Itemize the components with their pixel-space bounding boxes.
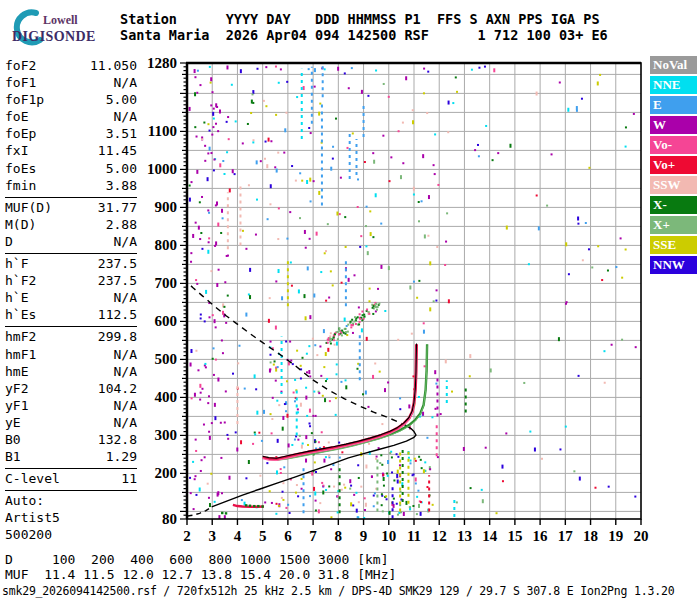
svg-text:9: 9 xyxy=(360,528,368,544)
param-row-foep: foEp3.51 xyxy=(5,125,137,142)
legend-item-w: W xyxy=(650,116,697,134)
param-label: fxI xyxy=(5,142,28,159)
param-value: N/A xyxy=(114,397,137,414)
svg-text:400: 400 xyxy=(155,389,178,405)
param-row-foe: foEN/A xyxy=(5,108,137,125)
legend-item-vo: Vo+ xyxy=(650,156,697,174)
param-value: 112.5 xyxy=(98,306,137,323)
svg-text:10: 10 xyxy=(381,528,396,544)
svg-text:13: 13 xyxy=(457,528,472,544)
svg-text:12: 12 xyxy=(432,528,447,544)
param-label: foEp xyxy=(5,125,36,142)
legend-item-ssw: SSW xyxy=(650,176,697,194)
param-row-hf2: h`F2237.5 xyxy=(5,272,137,289)
param-row-auto: Auto: xyxy=(5,492,137,509)
ionogram-plot: 1280110010009008007006005004003002008023… xyxy=(145,55,700,551)
ionogram-canvas: 1280110010009008007006005004003002008023… xyxy=(145,55,700,547)
svg-text:17: 17 xyxy=(558,528,574,544)
param-value: 237.5 xyxy=(98,272,137,289)
param-group: C-level11 xyxy=(5,468,137,490)
param-row-yf1: yF1N/A xyxy=(5,397,137,414)
param-label: hmF1 xyxy=(5,346,36,363)
legend-item-sse: SSE xyxy=(650,236,697,254)
param-row-500200: 500200 xyxy=(5,526,137,543)
param-value: 132.8 xyxy=(98,431,137,448)
svg-text:600: 600 xyxy=(155,313,178,329)
param-label: M(D) xyxy=(5,216,36,233)
svg-text:1000: 1000 xyxy=(147,161,177,177)
param-value: 11.050 xyxy=(90,57,137,74)
muf-table: D 100 200 400 600 800 1000 1500 3000 [km… xyxy=(5,553,396,582)
param-row-d: DN/A xyxy=(5,233,137,250)
svg-text:200: 200 xyxy=(155,465,178,481)
svg-text:2: 2 xyxy=(183,528,191,544)
param-label: foF1 xyxy=(5,74,36,91)
param-value: 11.45 xyxy=(98,142,137,159)
param-label: foE xyxy=(5,108,28,125)
param-label: h`E xyxy=(5,289,28,306)
legend-item-vo: Vo- xyxy=(650,136,697,154)
param-label: hmE xyxy=(5,363,28,380)
doppler-direction-legend: NoValNNEEWVo-Vo+SSWX-X+SSENNW xyxy=(650,56,697,276)
param-value: 3.51 xyxy=(106,125,137,142)
param-value: 2.88 xyxy=(106,216,137,233)
param-group: h`F237.5h`F2237.5h`EN/Ah`Es112.5 xyxy=(5,253,137,326)
param-label: yE xyxy=(5,414,21,431)
param-label: Artist5 xyxy=(5,509,60,526)
param-value: N/A xyxy=(114,414,137,431)
param-row-hes: h`Es112.5 xyxy=(5,306,137,323)
param-row-mufd: MUF(D)31.77 xyxy=(5,199,137,216)
param-value: 5.00 xyxy=(106,91,137,108)
param-row-clevel: C-level11 xyxy=(5,470,137,487)
param-group: MUF(D)31.77M(D)2.88DN/A xyxy=(5,197,137,253)
param-value: 104.2 xyxy=(98,380,137,397)
svg-text:80: 80 xyxy=(162,511,177,527)
svg-text:4: 4 xyxy=(234,528,242,544)
legend-item-nnw: NNW xyxy=(650,256,697,274)
header-block: Station YYYY DAY DDD HHMMSS P1 FFS S AXN… xyxy=(120,11,608,43)
param-value: N/A xyxy=(114,108,137,125)
param-row-yf2: yF2104.2 xyxy=(5,380,137,397)
svg-text:800: 800 xyxy=(155,237,178,253)
svg-text:19: 19 xyxy=(608,528,623,544)
param-value: N/A xyxy=(114,233,137,250)
param-label: yF1 xyxy=(5,397,28,414)
svg-text:7: 7 xyxy=(309,528,317,544)
param-value: 31.77 xyxy=(98,199,137,216)
param-label: foEs xyxy=(5,160,36,177)
param-value: 5.00 xyxy=(106,160,137,177)
legend-item-e: E xyxy=(650,96,697,114)
svg-text:15: 15 xyxy=(507,528,522,544)
svg-text:18: 18 xyxy=(583,528,598,544)
param-label: MUF(D) xyxy=(5,199,52,216)
param-label: h`F2 xyxy=(5,272,36,289)
param-row-he: h`EN/A xyxy=(5,289,137,306)
param-row-hme: hmEN/A xyxy=(5,363,137,380)
svg-text:14: 14 xyxy=(482,528,498,544)
svg-text:3: 3 xyxy=(208,528,216,544)
param-row-fxi: fxI11.45 xyxy=(5,142,137,159)
svg-text:500: 500 xyxy=(155,351,178,367)
param-row-fof1p: foF1p5.00 xyxy=(5,91,137,108)
param-label: B1 xyxy=(5,448,21,465)
param-row-fof2: foF211.050 xyxy=(5,57,137,74)
svg-text:11: 11 xyxy=(407,528,421,544)
param-row-hmf1: hmF1N/A xyxy=(5,346,137,363)
scaled-parameters-panel: foF211.050foF1N/AfoF1p5.00foEN/AfoEp3.51… xyxy=(5,56,137,547)
param-row-foes: foEs5.00 xyxy=(5,160,137,177)
legend-item-x: X+ xyxy=(650,216,697,234)
digisonde-logo: Lowell DIGISONDE xyxy=(6,5,126,51)
param-value: 11 xyxy=(121,470,137,487)
param-group: foF211.050foF1N/AfoF1p5.00foEN/AfoEp3.51… xyxy=(5,56,137,197)
svg-text:900: 900 xyxy=(155,199,178,215)
param-value: N/A xyxy=(114,74,137,91)
logo-lowell-text: Lowell xyxy=(43,13,78,28)
legend-item-nne: NNE xyxy=(650,76,697,94)
param-row-fof1: foF1N/A xyxy=(5,74,137,91)
muf-row: MUF 11.4 11.5 12.0 12.7 13.8 15.4 20.0 3… xyxy=(5,568,396,583)
param-label: fmin xyxy=(5,177,36,194)
param-row-md: M(D)2.88 xyxy=(5,216,137,233)
svg-text:8: 8 xyxy=(335,528,343,544)
param-row-ye: yEN/A xyxy=(5,414,137,431)
svg-text:16: 16 xyxy=(533,528,549,544)
